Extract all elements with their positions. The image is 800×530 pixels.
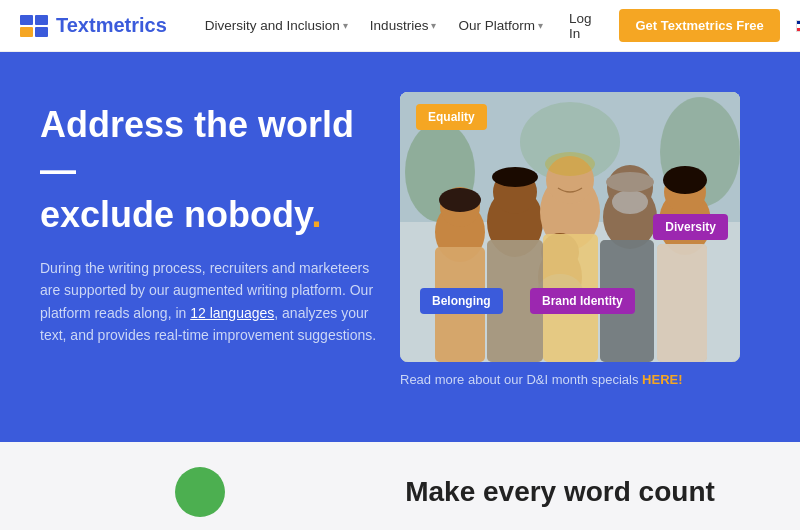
language-selector[interactable]: EN ▾ xyxy=(796,18,800,33)
badge-belonging: Belonging xyxy=(420,288,503,314)
green-circle-icon xyxy=(175,467,225,517)
nav-item-industries[interactable]: Industries ▾ xyxy=(362,12,445,39)
hero-heading: Address the world — exclude nobody. xyxy=(40,102,380,237)
logo-text-suffix: xtmetrics xyxy=(78,14,167,36)
cta-button[interactable]: Get Textmetrics Free xyxy=(619,9,779,42)
logo-text-prefix: Te xyxy=(56,14,78,36)
login-button[interactable]: Log In xyxy=(557,5,604,47)
flag-icon xyxy=(796,20,800,32)
hero-heading-line1: Address the world — xyxy=(40,104,354,190)
svg-rect-3 xyxy=(35,27,48,37)
svg-point-20 xyxy=(612,190,648,214)
svg-point-17 xyxy=(545,152,595,176)
nav-item-diversity-label: Diversity and Inclusion xyxy=(205,18,340,33)
bottom-heading: Make every word count xyxy=(405,476,715,508)
nav-item-platform[interactable]: Our Platform ▾ xyxy=(450,12,551,39)
bottom-right: Make every word count xyxy=(360,476,760,508)
svg-rect-0 xyxy=(20,15,33,25)
hero-caption-text: Read more about our D&I month specials xyxy=(400,372,642,387)
nav-item-diversity[interactable]: Diversity and Inclusion ▾ xyxy=(197,12,356,39)
bottom-left xyxy=(40,467,360,517)
hero-section: Address the world — exclude nobody. Duri… xyxy=(0,52,800,442)
svg-point-24 xyxy=(663,166,707,194)
chevron-down-icon: ▾ xyxy=(538,20,543,31)
logo-icon xyxy=(20,15,50,37)
hero-body-link[interactable]: 12 languages xyxy=(190,305,274,321)
svg-rect-1 xyxy=(35,15,48,25)
nav-item-platform-label: Our Platform xyxy=(458,18,535,33)
svg-rect-36 xyxy=(657,244,707,362)
svg-rect-2 xyxy=(20,27,33,37)
chevron-down-icon: ▾ xyxy=(431,20,436,31)
navigation: Textmetrics Diversity and Inclusion ▾ In… xyxy=(0,0,800,52)
hero-caption-link[interactable]: HERE! xyxy=(642,372,682,387)
svg-point-21 xyxy=(606,172,654,192)
chevron-down-icon: ▾ xyxy=(343,20,348,31)
hero-heading-line2: exclude nobody xyxy=(40,194,311,235)
badge-equality: Equality xyxy=(416,104,487,130)
svg-point-14 xyxy=(492,167,538,187)
nav-item-industries-label: Industries xyxy=(370,18,429,33)
logo[interactable]: Textmetrics xyxy=(20,14,167,37)
nav-links: Diversity and Inclusion ▾ Industries ▾ O… xyxy=(197,5,800,47)
hero-body: During the writing process, recruiters a… xyxy=(40,257,380,347)
hero-right: Equality Diversity Belonging Brand Ident… xyxy=(400,92,760,442)
hero-image-card: Equality Diversity Belonging Brand Ident… xyxy=(400,92,740,362)
svg-point-11 xyxy=(439,188,481,212)
hero-heading-dot: . xyxy=(311,194,321,235)
bottom-section: Make every word count xyxy=(0,442,800,530)
hero-left: Address the world — exclude nobody. Duri… xyxy=(40,92,400,442)
logo-text: Textmetrics xyxy=(56,14,167,37)
hero-caption: Read more about our D&I month specials H… xyxy=(400,372,760,407)
badge-diversity: Diversity xyxy=(653,214,728,240)
badge-brand-identity: Brand Identity xyxy=(530,288,635,314)
